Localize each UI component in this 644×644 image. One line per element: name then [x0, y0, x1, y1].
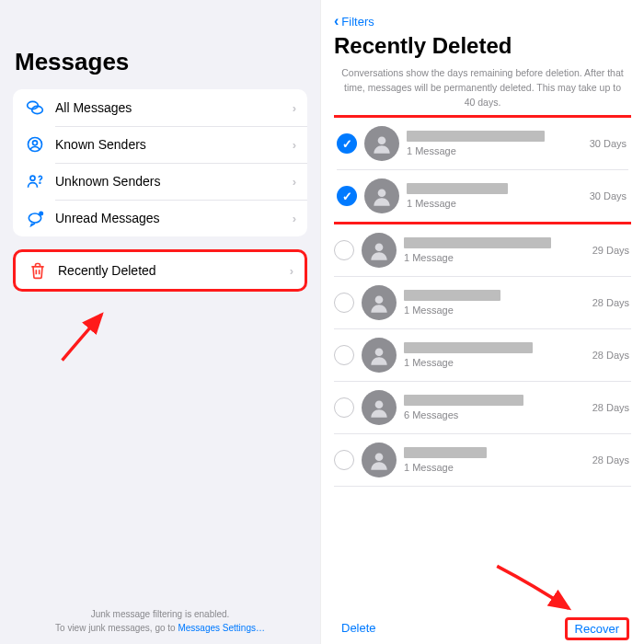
- conversation-body: 1 Message: [404, 290, 583, 316]
- filter-row-all-messages[interactable]: All Messages ›: [13, 89, 307, 126]
- conversation-body: 6 Messages: [404, 395, 583, 420]
- selection-checkbox[interactable]: [334, 240, 354, 260]
- svg-point-8: [378, 190, 386, 198]
- chevron-right-icon: ›: [293, 212, 296, 225]
- message-count: 1 Message: [404, 462, 583, 473]
- svg-point-6: [39, 212, 43, 216]
- redacted-name: [407, 183, 508, 194]
- redacted-name: [404, 447, 487, 458]
- selection-checkbox[interactable]: [334, 293, 354, 313]
- chevron-right-icon: ›: [290, 264, 293, 278]
- days-remaining: 28 Days: [592, 297, 629, 308]
- recently-deleted-pane: ‹ Filters Recently Deleted Conversations…: [320, 0, 644, 644]
- svg-point-12: [375, 401, 384, 409]
- days-remaining: 30 Days: [590, 138, 627, 149]
- message-count: 1 Message: [407, 145, 581, 156]
- page-title: Messages: [15, 48, 307, 76]
- svg-point-13: [375, 454, 384, 462]
- callout-arrow-icon: [55, 308, 120, 363]
- message-count: 1 Message: [407, 198, 581, 209]
- chevron-right-icon: ›: [293, 175, 296, 189]
- svg-point-4: [30, 176, 35, 180]
- days-remaining: 28 Days: [592, 454, 629, 466]
- selection-checkbox[interactable]: [334, 397, 354, 418]
- person-circle-icon: [24, 133, 46, 155]
- trash-icon: [27, 259, 49, 282]
- redacted-name: [404, 395, 523, 406]
- conversation-row[interactable]: ✓ 1 Message 30 Days: [337, 118, 628, 170]
- days-remaining: 30 Days: [590, 190, 627, 201]
- redacted-name: [404, 290, 500, 301]
- recover-button[interactable]: Recover: [565, 617, 629, 640]
- redacted-name: [404, 342, 533, 353]
- conversation-row[interactable]: 1 Message 29 Days: [334, 224, 631, 277]
- selection-checkbox[interactable]: [334, 345, 354, 365]
- filter-label: All Messages: [55, 100, 293, 115]
- message-count: 1 Message: [404, 357, 583, 368]
- filter-label: Unread Messages: [55, 211, 293, 225]
- conversation-row[interactable]: 1 Message 28 Days: [334, 434, 631, 487]
- selection-checkbox[interactable]: ✓: [337, 186, 357, 206]
- days-remaining: 28 Days: [592, 350, 629, 361]
- avatar-icon: [362, 443, 397, 477]
- selected-group-highlight: ✓ 1 Message 30 Days ✓ 1 Message 30 Days: [334, 115, 631, 224]
- recently-deleted-label: Recently Deleted: [58, 263, 290, 278]
- redacted-name: [407, 131, 545, 142]
- person-question-icon: [24, 170, 46, 192]
- avatar-icon: [362, 390, 397, 425]
- conversation-list: ✓ 1 Message 30 Days ✓ 1 Message 30 Days …: [334, 115, 631, 612]
- messages-settings-link[interactable]: Messages Settings…: [178, 623, 265, 633]
- bubble-dot-icon: [24, 207, 46, 229]
- svg-point-10: [375, 296, 384, 305]
- avatar-icon: [364, 126, 399, 161]
- toolbar: Delete Recover: [334, 612, 631, 644]
- message-count: 1 Message: [404, 305, 583, 316]
- svg-point-3: [33, 141, 38, 145]
- days-remaining: 29 Days: [592, 245, 629, 256]
- message-count: 6 Messages: [404, 409, 583, 420]
- conversation-row[interactable]: 6 Messages 28 Days: [334, 382, 631, 434]
- footer-note: Junk message filtering is enabled. To vi…: [13, 607, 307, 638]
- filters-card: All Messages › Known Senders › Unknown S…: [13, 89, 307, 236]
- message-count: 1 Message: [404, 252, 583, 263]
- filter-row-unknown-senders[interactable]: Unknown Senders ›: [13, 163, 307, 200]
- conversation-body: 1 Message: [404, 342, 583, 368]
- conversation-row[interactable]: 1 Message 28 Days: [334, 277, 631, 329]
- messages-filters-pane: Messages All Messages › Known Senders › …: [0, 0, 320, 644]
- delete-button[interactable]: Delete: [341, 621, 376, 637]
- svg-point-5: [40, 182, 40, 183]
- conversation-body: 1 Message: [404, 447, 583, 473]
- page-title: Recently Deleted: [334, 33, 631, 59]
- filter-row-known-senders[interactable]: Known Senders ›: [13, 126, 307, 163]
- days-remaining: 28 Days: [592, 402, 629, 413]
- chevron-right-icon: ›: [293, 138, 296, 152]
- conversation-row[interactable]: 1 Message 28 Days: [334, 329, 631, 382]
- avatar-icon: [362, 338, 397, 373]
- chevron-left-icon: ‹: [334, 13, 339, 29]
- redacted-name: [404, 237, 551, 248]
- avatar-icon: [362, 233, 397, 268]
- conversation-body: 1 Message: [404, 237, 583, 263]
- back-button[interactable]: ‹ Filters: [334, 6, 631, 33]
- conversation-row[interactable]: ✓ 1 Message 30 Days: [337, 170, 628, 222]
- selection-checkbox[interactable]: ✓: [337, 133, 357, 154]
- conversation-body: 1 Message: [407, 183, 581, 209]
- chevron-right-icon: ›: [293, 101, 296, 115]
- recently-deleted-card[interactable]: Recently Deleted ›: [13, 249, 307, 292]
- conversation-body: 1 Message: [407, 131, 581, 156]
- filter-row-unread-messages[interactable]: Unread Messages ›: [13, 200, 307, 236]
- explanation-text: Conversations show the days remaining be…: [334, 66, 631, 109]
- svg-point-9: [375, 244, 384, 252]
- bubbles-icon: [24, 97, 46, 119]
- avatar-icon: [364, 178, 399, 213]
- svg-point-11: [375, 349, 384, 357]
- selection-checkbox[interactable]: [334, 450, 354, 470]
- filter-label: Unknown Senders: [55, 174, 293, 189]
- avatar-icon: [362, 285, 397, 320]
- filter-label: Known Senders: [55, 137, 293, 152]
- svg-point-7: [378, 137, 386, 145]
